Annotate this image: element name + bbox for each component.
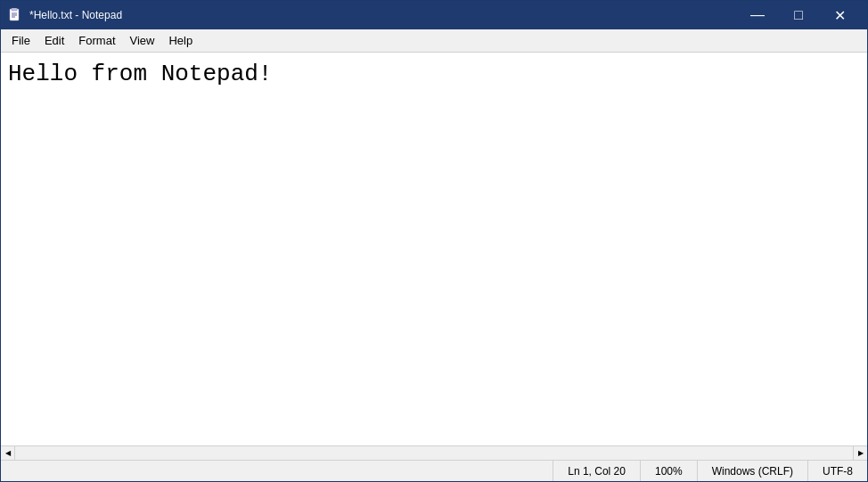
- encoding: UTF-8: [807, 461, 867, 481]
- scroll-track[interactable]: [15, 446, 853, 460]
- notepad-window: *Hello.txt - Notepad — □ ✕ File Edit For…: [0, 0, 868, 482]
- status-bar: Ln 1, Col 20 100% Windows (CRLF) UTF-8: [1, 460, 867, 481]
- scroll-left-button[interactable]: ◀: [1, 446, 15, 461]
- horizontal-scrollbar[interactable]: ◀ ▶: [1, 445, 867, 460]
- scroll-right-button[interactable]: ▶: [853, 446, 867, 461]
- menu-edit[interactable]: Edit: [37, 31, 71, 51]
- cursor-position: Ln 1, Col 20: [553, 461, 640, 481]
- bottom-area: ◀ ▶ Ln 1, Col 20 100% Windows (CRLF) UTF…: [1, 445, 867, 481]
- menu-format[interactable]: Format: [71, 31, 122, 51]
- text-editor[interactable]: Hello from Notepad!: [1, 53, 867, 445]
- svg-rect-1: [12, 8, 17, 11]
- editor-area: Hello from Notepad!: [1, 53, 867, 445]
- title-bar-controls: — □ ✕: [737, 1, 860, 29]
- menu-help[interactable]: Help: [161, 31, 200, 51]
- menu-view[interactable]: View: [123, 31, 162, 51]
- line-ending: Windows (CRLF): [697, 461, 807, 481]
- zoom-level: 100%: [640, 461, 697, 481]
- title-bar: *Hello.txt - Notepad — □ ✕: [1, 1, 867, 29]
- maximize-button[interactable]: □: [778, 1, 819, 29]
- menu-file[interactable]: File: [4, 31, 37, 51]
- menu-bar: File Edit Format View Help: [1, 29, 867, 53]
- minimize-button[interactable]: —: [737, 1, 778, 29]
- close-button[interactable]: ✕: [819, 1, 860, 29]
- title-bar-left: *Hello.txt - Notepad: [8, 8, 122, 22]
- window-title: *Hello.txt - Notepad: [29, 9, 122, 21]
- notepad-icon: [8, 8, 22, 22]
